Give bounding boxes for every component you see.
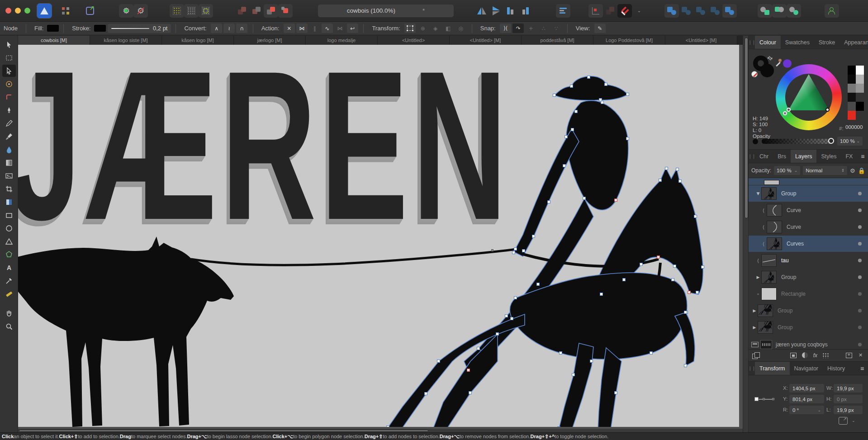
tab-brushes[interactable]: Brs xyxy=(773,150,791,163)
panel-drag-handle-icon[interactable]: ❘❘ xyxy=(749,150,755,163)
doc-tab-poddestava[interactable]: poddeståvå [M] xyxy=(522,36,593,45)
node-handle[interactable] xyxy=(553,94,556,97)
l-field[interactable]: 19,9 px xyxy=(834,406,863,414)
node-handle[interactable] xyxy=(510,317,513,320)
snap-curve-icon[interactable]: ↷ xyxy=(512,24,524,33)
mask-layer-icon[interactable] xyxy=(790,352,797,359)
node-handle[interactable] xyxy=(424,392,427,395)
node-handle[interactable] xyxy=(491,249,493,251)
chevron-right-icon[interactable]: ▶ xyxy=(755,275,761,279)
rotate-cw-icon[interactable] xyxy=(518,4,532,18)
node-handle[interactable] xyxy=(671,278,674,281)
layer-row-group-2[interactable]: ▶ Group xyxy=(749,269,868,285)
snap-geometry-icon[interactable]: ∴ xyxy=(538,24,549,33)
action-close-curve-icon[interactable]: ⋈ xyxy=(296,24,308,33)
node-handle[interactable] xyxy=(701,265,704,269)
artboard-page[interactable]: JÆREN xyxy=(18,45,739,427)
delete-layer-icon[interactable] xyxy=(857,352,864,359)
tab-layers[interactable]: Layers xyxy=(791,150,817,163)
layer-row-group-3[interactable]: ▶ Group xyxy=(749,303,868,319)
node-handle[interactable] xyxy=(684,311,687,314)
clip-to-canvas-icon[interactable] xyxy=(199,4,213,18)
layer-row-group-4[interactable]: ▶ Group xyxy=(749,319,868,336)
shape-tool[interactable] xyxy=(2,248,16,260)
vertical-scrollbar-thumb[interactable] xyxy=(745,38,748,218)
order-middle-icon[interactable] xyxy=(787,4,801,18)
node-handle[interactable] xyxy=(583,197,586,200)
shade-marker[interactable] xyxy=(787,108,791,112)
canvas-viewport[interactable]: JÆREN xyxy=(18,45,743,429)
transform-box-icon[interactable]: ◧ xyxy=(442,24,454,33)
transform-options-chevron-icon[interactable]: ⌄ xyxy=(852,418,855,423)
insert-inside-icon[interactable] xyxy=(249,4,264,18)
node-handle[interactable] xyxy=(559,351,562,355)
live-filter-icon[interactable] xyxy=(822,352,829,359)
node-handle[interactable] xyxy=(600,293,603,296)
point-transform-tool[interactable] xyxy=(2,78,16,90)
transform-objects-separately-icon[interactable] xyxy=(839,417,848,425)
x-field[interactable]: 1404,5 px xyxy=(789,384,824,393)
doc-tab-untitled-3[interactable]: <Untitled> [M] xyxy=(665,36,737,45)
designer-persona-icon[interactable] xyxy=(37,3,52,19)
action-break-curve-icon[interactable]: ✕ xyxy=(284,24,295,33)
picked-colour-swatch[interactable] xyxy=(783,59,792,68)
visibility-dot[interactable] xyxy=(858,259,862,262)
measure-tool[interactable] xyxy=(2,288,16,300)
tab-styles[interactable]: Styles xyxy=(816,150,841,163)
visibility-dot[interactable] xyxy=(858,192,862,195)
close-window-button[interactable] xyxy=(5,8,11,14)
artboard-row[interactable]: jæren young coqboys xyxy=(749,336,868,349)
hue-marker[interactable] xyxy=(783,111,787,115)
rectangle-tool[interactable] xyxy=(2,209,16,221)
lock-layer-icon[interactable]: 🔒 xyxy=(858,167,865,174)
move-tool[interactable] xyxy=(2,38,16,51)
action-smooth-curve-icon[interactable]: ∿ xyxy=(322,24,333,33)
transform-point-icon[interactable]: ⊕ xyxy=(417,24,428,33)
triangle-tool[interactable] xyxy=(2,235,16,247)
account-icon[interactable] xyxy=(825,4,839,18)
flip-vertical-icon[interactable] xyxy=(489,4,503,18)
node-handle[interactable] xyxy=(469,391,472,394)
gradient-tool[interactable] xyxy=(2,196,16,208)
doc-tab-untitled-1[interactable]: <Untitled> xyxy=(378,36,450,45)
node-handle[interactable] xyxy=(626,137,629,140)
insert-on-top-icon[interactable] xyxy=(264,4,278,18)
order-front-icon[interactable] xyxy=(772,4,787,18)
node-handle[interactable] xyxy=(678,180,682,183)
visibility-dot[interactable] xyxy=(858,275,862,279)
add-layer-icon[interactable] xyxy=(845,352,853,359)
tab-stroke[interactable]: Stroke xyxy=(814,36,840,49)
selected-node-handle[interactable] xyxy=(657,255,660,259)
node-handle[interactable] xyxy=(614,391,617,394)
node-handle[interactable] xyxy=(659,179,662,182)
layer-row-curve-1[interactable]: ⟨ Curve xyxy=(749,202,868,218)
visibility-dot[interactable] xyxy=(858,326,862,329)
snapping-dropdown-chevron-icon[interactable]: ⌄ xyxy=(632,4,646,18)
node-handle[interactable] xyxy=(532,235,535,238)
doc-tab-logo-poddestova[interactable]: Logo Poddestovå [M] xyxy=(593,36,665,45)
doc-tab-untitled-2[interactable]: <Untitled> [M] xyxy=(450,36,522,45)
node-handle[interactable] xyxy=(522,249,525,252)
layer-row-curve-2[interactable]: ⟨ Curve xyxy=(749,219,868,235)
pencil-tool[interactable] xyxy=(2,117,16,129)
node-handle[interactable] xyxy=(547,200,550,203)
panel-drag-handle-icon[interactable]: ❘❘ xyxy=(749,362,755,375)
tab-character[interactable]: Chr xyxy=(755,150,773,163)
selected-node-handle[interactable] xyxy=(467,369,470,372)
gear-disabled-icon[interactable]: ⚙ xyxy=(133,4,148,18)
node-handle[interactable] xyxy=(557,426,560,427)
place-image-tool[interactable] xyxy=(2,170,16,182)
horizontal-scrollbar[interactable] xyxy=(18,429,743,432)
boolean-subtract-icon[interactable] xyxy=(679,4,693,18)
selected-node-handle[interactable] xyxy=(688,291,691,294)
layer-row-partial[interactable] xyxy=(749,178,868,185)
visibility-dot[interactable] xyxy=(858,292,862,296)
order-back-icon[interactable] xyxy=(758,4,772,18)
action-reverse-curves-icon[interactable]: ⋈ xyxy=(334,24,346,33)
opacity-value-dropdown[interactable]: 100 %⌄ xyxy=(837,137,863,146)
ellipse-tool[interactable] xyxy=(2,222,16,234)
horse-and-rider-silhouette[interactable] xyxy=(388,76,703,427)
dense-grid-icon[interactable] xyxy=(184,4,199,18)
replace-selection-icon[interactable] xyxy=(278,4,293,18)
minimize-window-button[interactable] xyxy=(15,8,21,14)
